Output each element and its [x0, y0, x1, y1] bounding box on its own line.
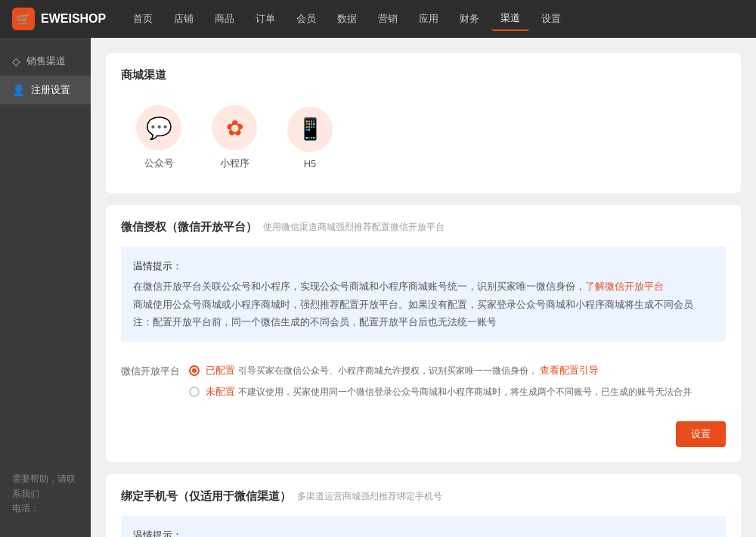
config-desc-0: 引导买家在微信公众号、小程序商城允许授权，识别买家唯一一微信身份， — [238, 365, 538, 376]
config-desc-1: 不建议使用，买家使用同一个微信登录公众号商城和小程序商城时，将生成两个不同账号，… — [238, 386, 692, 397]
main-content: 商城渠道 💬 公众号 ✿ 小程序 📱 H5 微信授权（微信开放平台） 使用微信渠… — [91, 38, 756, 537]
channel-icon-circle: 📱 — [287, 107, 333, 152]
channel-label: 小程序 — [220, 157, 249, 170]
wechat-alert-line-0: 在微信开放平台关联公众号和小程序，实现公众号商城和小程序商城账号统一，识别买家唯… — [133, 278, 714, 295]
nav-item-商品[interactable]: 商品 — [206, 8, 243, 30]
nav-item-财务[interactable]: 财务 — [451, 8, 488, 30]
bind-phone-alert: 温情提示： 买家通过微信授权登录商城后，引导买家绑定手机号，识别买家唯一一身份，… — [121, 516, 726, 537]
nav-item-数据[interactable]: 数据 — [328, 8, 366, 30]
wechat-platform-label: 微信开放平台 — [121, 363, 180, 378]
radio-dot-0 — [189, 365, 200, 376]
config-status-0: 已配置 — [206, 365, 235, 376]
nav-item-渠道[interactable]: 渠道 — [491, 7, 529, 31]
nav-item-首页[interactable]: 首页 — [124, 8, 162, 30]
wechat-platform-row: 微信开放平台 已配置 引导买家在微信公众号、小程序商城允许授权，识别买家唯一一微… — [121, 354, 726, 416]
channel-label: H5 — [304, 158, 317, 169]
channel-section-title: 商城渠道 — [121, 68, 726, 82]
wechat-auth-alert-title: 温情提示： — [133, 257, 714, 275]
wechat-auth-title: 微信授权（微信开放平台） — [121, 220, 257, 234]
wechat-auth-desc: 使用微信渠道商城强烈推荐配置微信开放平台 — [263, 221, 445, 234]
config-link-0[interactable]: 查看配置引导 — [540, 365, 599, 376]
channel-icon-circle: 💬 — [136, 105, 181, 151]
channel-item-小程序[interactable]: ✿ 小程序 — [212, 105, 257, 170]
bind-phone-section: 绑定手机号（仅适用于微信渠道） 多渠道运营商城强烈推荐绑定手机号 温情提示： 买… — [106, 474, 741, 537]
sidebar-icon: 👤 — [12, 84, 25, 96]
logo-icon: 🛒 — [12, 8, 35, 30]
config-text-0: 已配置 引导买家在微信公众号、小程序商城允许授权，识别买家唯一一微信身份， 查看… — [206, 363, 599, 379]
bind-phone-alert-title: 温情提示： — [133, 526, 714, 537]
wechat-set-button[interactable]: 设置 — [676, 421, 726, 447]
sidebar-label: 注册设置 — [31, 83, 70, 97]
bind-phone-header: 绑定手机号（仅适用于微信渠道） 多渠道运营商城强烈推荐绑定手机号 — [121, 489, 726, 504]
logo: 🛒 EWEISHOP — [12, 8, 106, 30]
logo-text: EWEISHOP — [41, 12, 106, 26]
nav-item-设置[interactable]: 设置 — [532, 8, 570, 30]
channel-item-公众号[interactable]: 💬 公众号 — [136, 105, 181, 170]
wechat-auth-header: 微信授权（微信开放平台） 使用微信渠道商城强烈推荐配置微信开放平台 — [121, 220, 726, 234]
wechat-btn-row: 设置 — [121, 415, 726, 447]
sidebar-footer-text: 需要帮助，请联系我们电话： — [12, 473, 76, 513]
channel-icon-circle: ✿ — [212, 105, 257, 151]
sidebar-icon: ◇ — [12, 55, 20, 67]
channel-item-H5[interactable]: 📱 H5 — [287, 107, 333, 169]
nav-item-会员[interactable]: 会员 — [287, 8, 325, 30]
config-status-1: 未配置 — [206, 386, 235, 397]
sidebar-footer: 需要帮助，请联系我们电话： — [0, 460, 91, 528]
wechat-alert-line-2: 注：配置开放平台前，同一个微信生成的不同会员，配置开放平台后也无法统一账号 — [133, 313, 714, 331]
nav-item-应用[interactable]: 应用 — [410, 8, 448, 30]
sidebar-item-销售渠道[interactable]: ◇销售渠道 — [0, 47, 91, 76]
channel-section: 商城渠道 💬 公众号 ✿ 小程序 📱 H5 — [106, 53, 741, 193]
nav-item-店铺[interactable]: 店铺 — [165, 8, 203, 30]
nav-item-营销[interactable]: 营销 — [369, 8, 407, 30]
top-nav: 🛒 EWEISHOP 首页店铺商品订单会员数据营销应用财务渠道设置 — [0, 0, 756, 38]
nav-items: 首页店铺商品订单会员数据营销应用财务渠道设置 — [124, 7, 570, 31]
layout: ◇销售渠道👤注册设置需要帮助，请联系我们电话： 商城渠道 💬 公众号 ✿ 小程序… — [0, 38, 756, 537]
wechat-platform-options: 已配置 引导买家在微信公众号、小程序商城允许授权，识别买家唯一一微信身份， 查看… — [189, 363, 726, 407]
wechat-config-option-0[interactable]: 已配置 引导买家在微信公众号、小程序商城允许授权，识别买家唯一一微信身份， 查看… — [189, 363, 726, 379]
config-text-1: 未配置 不建议使用，买家使用同一个微信登录公众号商城和小程序商城时，将生成两个不… — [206, 384, 692, 400]
wechat-alert-line-1: 商城使用公众号商城或小程序商城时，强烈推荐配置开放平台。如果没有配置，买家登录公… — [133, 296, 714, 313]
wechat-open-platform-link[interactable]: 了解微信开放平台 — [585, 281, 664, 292]
channel-label: 公众号 — [144, 157, 174, 170]
sidebar-item-注册设置[interactable]: 👤注册设置 — [0, 76, 91, 104]
wechat-auth-alert: 温情提示： 在微信开放平台关联公众号和小程序，实现公众号商城和小程序商城账号统一… — [121, 247, 726, 342]
channel-icons: 💬 公众号 ✿ 小程序 📱 H5 — [121, 98, 726, 178]
bind-phone-desc: 多渠道运营商城强烈推荐绑定手机号 — [297, 490, 442, 503]
wechat-auth-section: 微信授权（微信开放平台） 使用微信渠道商城强烈推荐配置微信开放平台 温情提示： … — [106, 205, 741, 462]
bind-phone-title: 绑定手机号（仅适用于微信渠道） — [121, 489, 291, 504]
radio-dot-1 — [189, 386, 200, 397]
sidebar: ◇销售渠道👤注册设置需要帮助，请联系我们电话： — [0, 38, 91, 537]
sidebar-label: 销售渠道 — [26, 54, 66, 68]
nav-item-订单[interactable]: 订单 — [246, 8, 284, 30]
wechat-config-option-1[interactable]: 未配置 不建议使用，买家使用同一个微信登录公众号商城和小程序商城时，将生成两个不… — [189, 384, 726, 400]
